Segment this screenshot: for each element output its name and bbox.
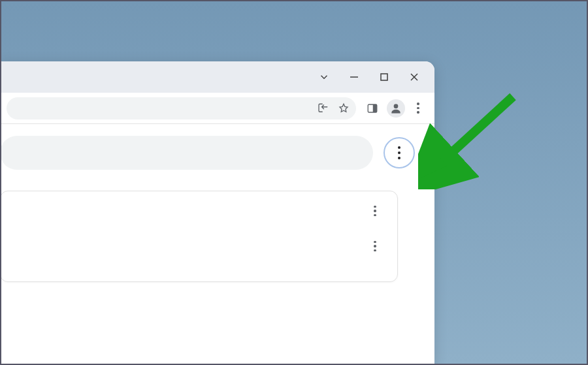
- vertical-dots-icon: [417, 103, 419, 114]
- tabs-dropdown-button[interactable]: [309, 62, 339, 92]
- toolbar: [0, 93, 434, 124]
- search-field[interactable]: [0, 136, 373, 170]
- maximize-icon: [380, 72, 389, 82]
- sidepanel-button[interactable]: [361, 97, 384, 119]
- list-card: [0, 191, 398, 282]
- svg-point-6: [394, 104, 399, 108]
- omnibox[interactable]: [7, 97, 356, 119]
- row-menu-button[interactable]: [365, 236, 385, 257]
- bookmark-button[interactable]: [338, 103, 350, 114]
- share-button[interactable]: [317, 103, 329, 114]
- vertical-dots-icon: [374, 241, 376, 252]
- annotation-arrow: [418, 85, 529, 189]
- svg-line-7: [434, 97, 513, 168]
- chevron-down-icon: [318, 71, 330, 83]
- vertical-dots-icon: [398, 146, 400, 159]
- close-icon: [410, 72, 419, 82]
- close-button[interactable]: [399, 62, 429, 92]
- person-icon: [389, 102, 402, 115]
- browser-window: [0, 61, 434, 365]
- minimize-button[interactable]: [339, 62, 369, 92]
- list-item: [12, 200, 385, 221]
- search-row: [0, 136, 421, 170]
- profile-button[interactable]: [385, 97, 407, 119]
- chrome-menu-button[interactable]: [408, 99, 428, 118]
- maximize-button[interactable]: [369, 62, 399, 92]
- row-menu-button[interactable]: [365, 200, 385, 221]
- svg-rect-1: [381, 74, 387, 80]
- list-item: [12, 236, 385, 257]
- sidepanel-icon: [367, 103, 378, 114]
- page-content: [0, 124, 434, 282]
- svg-rect-5: [373, 104, 377, 112]
- share-icon: [317, 103, 329, 114]
- vertical-dots-icon: [374, 206, 376, 217]
- page-actions-menu-button[interactable]: [384, 137, 415, 168]
- tabstrip: [0, 61, 434, 93]
- star-icon: [338, 103, 350, 114]
- avatar: [387, 99, 405, 118]
- minimize-icon: [350, 72, 359, 82]
